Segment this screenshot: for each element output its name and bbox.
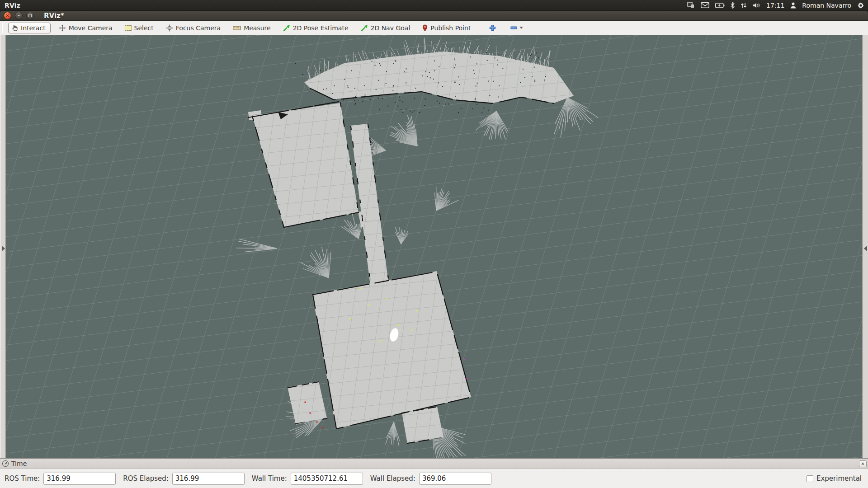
wall-time-label: Wall Time: [252,474,287,483]
plus-icon [489,24,496,31]
experimental-checkbox[interactable] [807,475,813,482]
user-icon[interactable] [790,2,796,9]
tool-publish-point[interactable]: Publish Point [422,24,471,32]
tool-select[interactable]: Select [125,24,154,32]
time-panel-title: Time [11,460,27,467]
red-pin-icon [422,24,428,32]
minus-icon [510,26,517,29]
experimental-option: Experimental [807,474,862,483]
tool-label: 2D Pose Estimate [293,24,349,32]
network-icon[interactable] [741,2,747,9]
window-titlebar: ✕ – RViz* [0,11,868,21]
rviz-toolbar: Interact Move Camera Select Focus Camera… [0,21,868,35]
left-panel-splitter[interactable] [0,35,6,458]
tool-2d-nav-goal[interactable]: 2D Nav Goal [361,24,410,32]
ros-time-field: ROS Time: [5,473,116,485]
panel-clock[interactable]: 17:11 [766,2,784,9]
window-minimize-button[interactable]: – [15,12,23,19]
panel-app-name: RViz [5,2,20,9]
ros-elapsed-input[interactable] [172,473,245,485]
desktop-top-panel: RViz 17:11 Roman Navarro [0,0,868,11]
window-maximize-button[interactable] [26,12,34,19]
volume-icon[interactable] [753,2,760,9]
tool-label: Move Camera [69,24,113,32]
expand-displays-panel-icon[interactable] [2,246,5,251]
wall-time-input[interactable] [291,473,363,485]
green-arrow-icon [283,24,290,32]
ros-time-label: ROS Time: [5,474,40,483]
tool-move-camera[interactable]: Move Camera [59,24,113,32]
tool-measure[interactable]: Measure [233,24,271,32]
remove-tool-button[interactable] [510,26,523,29]
tool-focus-camera[interactable]: Focus Camera [166,24,221,32]
tool-label: Publish Point [430,24,471,32]
window-close-button[interactable]: ✕ [4,12,11,19]
clock-icon [2,460,9,467]
chevron-down-icon [519,27,523,29]
panel-user-name[interactable]: Roman Navarro [802,2,851,9]
battery-icon[interactable] [715,3,725,8]
scene-canvas [6,35,862,458]
hand-cursor-icon [11,24,18,32]
ros-time-input[interactable] [43,473,116,485]
time-panel-header: Time ✕ [0,459,868,469]
ruler-icon [233,26,241,30]
time-panel: Time ✕ ROS Time: ROS Elapsed: Wall Time:… [0,458,868,488]
tool-label: Measure [244,24,271,32]
selection-box-icon [125,25,132,31]
tool-label: 2D Nav Goal [371,24,410,32]
experimental-label: Experimental [816,474,862,483]
window-title: RViz* [44,12,64,20]
ros-elapsed-field: ROS Elapsed: [123,473,245,485]
focus-crosshair-icon [166,24,173,32]
green-arrow-icon [361,24,368,32]
wall-elapsed-input[interactable] [419,473,491,485]
time-panel-body: ROS Time: ROS Elapsed: Wall Time: Wall E… [0,469,868,488]
toolbar-drag-handle[interactable] [1,23,3,33]
mail-icon[interactable] [701,2,709,8]
tool-2d-pose-estimate[interactable]: 2D Pose Estimate [283,24,349,32]
add-tool-button[interactable] [489,24,496,31]
tool-label: Interact [21,24,46,32]
tool-label: Focus Camera [176,24,221,32]
tool-interact[interactable]: Interact [8,23,51,33]
window-switcher-icon[interactable] [687,2,695,9]
tool-label: Select [134,24,154,32]
wall-time-field: Wall Time: [252,473,363,485]
gear-icon[interactable] [857,2,864,9]
move-arrows-icon [59,24,66,32]
wall-elapsed-field: Wall Elapsed: [370,473,491,485]
time-panel-close-button[interactable]: ✕ [859,460,867,467]
render-viewport[interactable] [0,35,868,458]
wall-elapsed-label: Wall Elapsed: [370,474,415,483]
right-panel-splitter[interactable] [862,35,868,458]
bluetooth-icon[interactable] [731,2,735,9]
ros-elapsed-label: ROS Elapsed: [123,474,169,483]
expand-views-panel-icon[interactable] [864,246,867,251]
maximize-icon [28,14,32,17]
system-tray: 17:11 Roman Navarro [687,2,864,9]
